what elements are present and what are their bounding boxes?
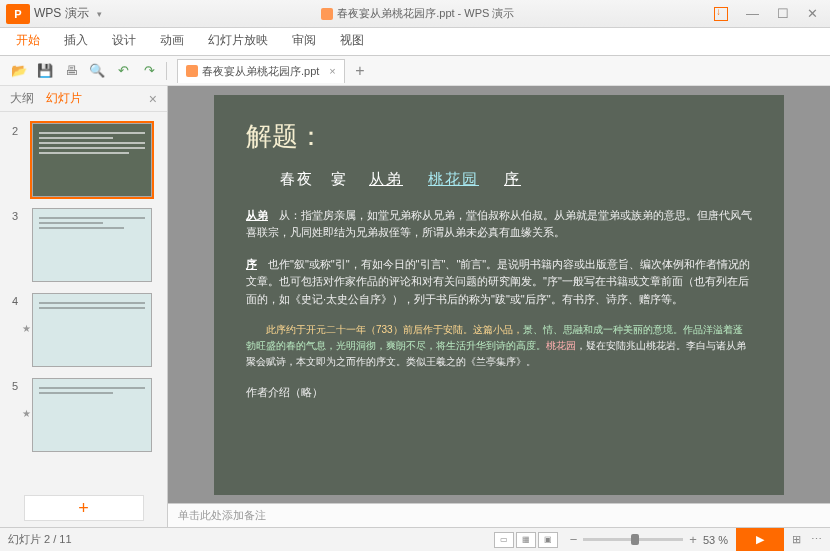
download-icon[interactable] [714,7,728,21]
view-reading-icon[interactable]: ▣ [538,532,558,548]
slide-thumbnail-3[interactable] [32,208,152,282]
sidebar: 大纲 幻灯片 × 2 3 4 ★ 5 ★ [0,86,168,527]
status-grid-icon[interactable]: ⊞ [792,533,801,546]
zoom-value: 53 % [703,534,728,546]
slide-thumbnail-4[interactable] [32,293,152,367]
status-more-icon[interactable]: ⋯ [811,533,822,546]
toolbar: 📂 💾 🖶 🔍 ↶ ↷ 春夜宴从弟桃花园序.ppt × + [0,56,830,86]
print-preview-icon[interactable]: 🔍 [88,62,106,80]
tab-slides[interactable]: 幻灯片 [46,90,82,107]
open-icon[interactable]: 📂 [10,62,28,80]
menu-insert[interactable]: 插入 [64,32,88,55]
thumbnail-list: 2 3 4 ★ 5 ★ [0,112,167,487]
thumb-row: 2 [0,120,167,205]
thumb-row: 5 ★ [0,375,167,460]
thumb-star-icon: ★ [22,323,32,334]
menu-slideshow[interactable]: 幻灯片放映 [208,32,268,55]
separator [166,62,167,80]
tab-doc-icon [186,65,198,77]
canvas: 解题： 春夜 宴 从弟 桃花园 序 从弟 从：指堂房亲属，如堂兄弟称从兄弟，堂伯… [168,86,830,527]
thumb-number: 4 [4,295,18,307]
slide-title: 解题： [246,119,752,154]
title-bar: P WPS 演示 ▾ 春夜宴从弟桃花园序.ppt - WPS 演示 — ☐ ✕ [0,0,830,28]
thumb-row: 4 ★ [0,290,167,375]
thumb-star-icon: ★ [22,408,32,419]
menu-view[interactable]: 视图 [340,32,364,55]
menu-bar: 开始 插入 设计 动画 幻灯片放映 审阅 视图 [0,28,830,56]
app-dropdown-icon[interactable]: ▾ [97,9,102,19]
app-name: WPS 演示 [34,5,89,22]
thumb-number: 2 [4,125,18,137]
view-switcher: ▭ ▦ ▣ [494,532,558,548]
undo-icon[interactable]: ↶ [114,62,132,80]
main-area: 大纲 幻灯片 × 2 3 4 ★ 5 ★ [0,86,830,527]
view-sorter-icon[interactable]: ▦ [516,532,536,548]
window-title: 春夜宴从弟桃花园序.ppt - WPS 演示 [122,6,714,21]
status-extras: ⊞ ⋯ [792,533,822,546]
slide-paragraph-2: 序 也作"叙"或称"引"，有如今日的"引言"、"前言"。是说明书籍内容或出版意旨… [246,256,752,309]
slide-paragraph-4: 作者介绍（略） [246,384,752,402]
redo-icon[interactable]: ↷ [140,62,158,80]
menu-review[interactable]: 审阅 [292,32,316,55]
document-tab[interactable]: 春夜宴从弟桃花园序.ppt × [177,59,345,83]
slide-thumbnail-2[interactable] [32,123,152,197]
thumb-row: 3 [0,205,167,290]
window-controls: — ☐ ✕ [714,6,818,21]
menu-start[interactable]: 开始 [16,32,40,55]
slide-thumbnail-5[interactable] [32,378,152,452]
doc-icon [321,8,333,20]
menu-design[interactable]: 设计 [112,32,136,55]
slide-area[interactable]: 解题： 春夜 宴 从弟 桃花园 序 从弟 从：指堂房亲属，如堂兄弟称从兄弟，堂伯… [168,86,830,503]
close-button[interactable]: ✕ [807,6,818,21]
menu-animation[interactable]: 动画 [160,32,184,55]
sidebar-tabs: 大纲 幻灯片 × [0,86,167,112]
new-slide-button[interactable]: + [24,495,144,521]
page-indicator: 幻灯片 2 / 11 [8,532,494,547]
minimize-button[interactable]: — [746,6,759,21]
maximize-button[interactable]: ☐ [777,6,789,21]
zoom-control: − + 53 % [570,532,728,547]
zoom-in-button[interactable]: + [689,532,697,547]
zoom-slider[interactable] [583,538,683,541]
thumb-number: 5 [4,380,18,392]
play-button[interactable]: ▶ [736,528,784,552]
tab-label: 春夜宴从弟桃花园序.ppt [202,64,319,79]
tab-outline[interactable]: 大纲 [10,90,34,107]
save-icon[interactable]: 💾 [36,62,54,80]
slide-paragraph-1: 从弟 从：指堂房亲属，如堂兄弟称从兄弟，堂伯叔称从伯叔。从弟就是堂弟或族弟的意思… [246,207,752,242]
new-tab-button[interactable]: + [349,60,371,82]
print-icon[interactable]: 🖶 [62,62,80,80]
notes-pane[interactable]: 单击此处添加备注 [168,503,830,527]
doc-title-text: 春夜宴从弟桃花园序.ppt - WPS 演示 [337,6,514,21]
zoom-out-button[interactable]: − [570,532,578,547]
view-normal-icon[interactable]: ▭ [494,532,514,548]
slide-subtitle: 春夜 宴 从弟 桃花园 序 [246,170,752,189]
slide-content[interactable]: 解题： 春夜 宴 从弟 桃花园 序 从弟 从：指堂房亲属，如堂兄弟称从兄弟，堂伯… [214,95,784,495]
sidebar-close-icon[interactable]: × [149,91,157,107]
zoom-thumb[interactable] [631,534,639,545]
app-icon: P [6,4,30,24]
status-bar: 幻灯片 2 / 11 ▭ ▦ ▣ − + 53 % ▶ ⊞ ⋯ [0,527,830,551]
thumb-number: 3 [4,210,18,222]
slide-paragraph-3: 此序约于开元二十一年（733）前后作于安陆。这篇小品，景、情、思融和成一种美丽的… [246,322,752,370]
tab-close-icon[interactable]: × [329,65,335,77]
